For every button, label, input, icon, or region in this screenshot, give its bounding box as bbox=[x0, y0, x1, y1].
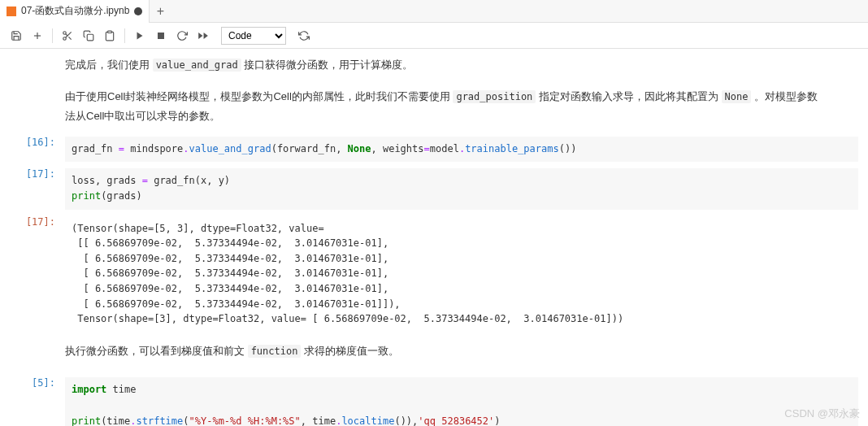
notebook-tab[interactable]: 07-函数式自动微分.ipynb bbox=[0, 0, 150, 23]
paste-button[interactable] bbox=[100, 26, 119, 46]
code-input[interactable]: loss, grads = grad_fn(x, y) print(grads) bbox=[65, 168, 858, 209]
markdown-cell[interactable]: 完成后，我们使用 value_and_grad 接口获得微分函数，用于计算梯度。… bbox=[0, 49, 868, 133]
notebook-area[interactable]: 完成后，我们使用 value_and_grad 接口获得微分函数，用于计算梯度。… bbox=[0, 49, 868, 426]
plus-icon bbox=[32, 30, 43, 41]
svg-line-5 bbox=[68, 37, 71, 39]
svg-marker-11 bbox=[204, 32, 208, 38]
cut-icon bbox=[62, 30, 73, 41]
fast-forward-button[interactable] bbox=[193, 26, 213, 46]
markdown-content: 完成后，我们使用 value_and_grad 接口获得微分函数，用于计算梯度。… bbox=[65, 52, 868, 130]
restart-button[interactable] bbox=[172, 26, 192, 46]
input-prompt: [5]: bbox=[0, 377, 65, 426]
toolbar: Code bbox=[0, 23, 868, 49]
run-button[interactable] bbox=[130, 26, 150, 46]
tab-bar: 07-函数式自动微分.ipynb + bbox=[0, 0, 868, 23]
code-cell[interactable]: [16]: grad_fn = mindspore.value_and_grad… bbox=[0, 133, 868, 165]
svg-point-2 bbox=[63, 31, 67, 34]
save-button[interactable] bbox=[7, 26, 26, 46]
unsaved-indicator-icon bbox=[134, 7, 142, 15]
svg-rect-10 bbox=[158, 33, 164, 39]
input-prompt: [16]: bbox=[0, 137, 65, 162]
svg-marker-9 bbox=[137, 32, 143, 39]
refresh-icon bbox=[298, 30, 310, 41]
stop-icon bbox=[156, 31, 166, 41]
jupyter-icon bbox=[7, 7, 16, 16]
restart-icon bbox=[176, 30, 188, 41]
code-input[interactable]: grad_fn = mindspore.value_and_grad(forwa… bbox=[65, 137, 858, 162]
code-input[interactable]: import time print(time.strftime("%Y-%m-%… bbox=[65, 377, 858, 426]
svg-rect-8 bbox=[108, 31, 112, 33]
insert-cell-button[interactable] bbox=[28, 26, 47, 46]
output-cell: [17]: (Tensor(shape=[5, 3], dtype=Float3… bbox=[0, 213, 868, 335]
stop-button[interactable] bbox=[151, 26, 171, 46]
markdown-content: 执行微分函数，可以看到梯度值和前文 function 求得的梯度值一致。 bbox=[65, 338, 868, 365]
copy-button[interactable] bbox=[79, 26, 98, 46]
svg-line-6 bbox=[66, 33, 67, 35]
paste-icon bbox=[104, 30, 115, 41]
input-prompt: [17]: bbox=[0, 168, 65, 209]
output-prompt: [17]: bbox=[0, 216, 65, 332]
markdown-cell[interactable]: 执行微分函数，可以看到梯度值和前文 function 求得的梯度值一致。 bbox=[0, 335, 868, 368]
code-cell[interactable]: [17]: loss, grads = grad_fn(x, y) print(… bbox=[0, 165, 868, 212]
save-icon bbox=[11, 30, 22, 41]
cut-button[interactable] bbox=[58, 26, 77, 46]
svg-point-3 bbox=[63, 37, 67, 40]
cell-output: (Tensor(shape=[5, 3], dtype=Float32, val… bbox=[65, 216, 858, 332]
add-tab-button[interactable]: + bbox=[150, 4, 171, 19]
svg-rect-7 bbox=[87, 34, 93, 41]
tab-title: 07-函数式自动微分.ipynb bbox=[21, 4, 129, 18]
code-cell[interactable]: [5]: import time print(time.strftime("%Y… bbox=[0, 374, 868, 426]
svg-marker-12 bbox=[198, 32, 202, 38]
fast-forward-icon bbox=[197, 30, 209, 41]
cell-type-select[interactable]: Code bbox=[221, 27, 286, 45]
refresh-button[interactable] bbox=[294, 26, 314, 46]
play-icon bbox=[135, 31, 145, 41]
copy-icon bbox=[83, 30, 94, 41]
